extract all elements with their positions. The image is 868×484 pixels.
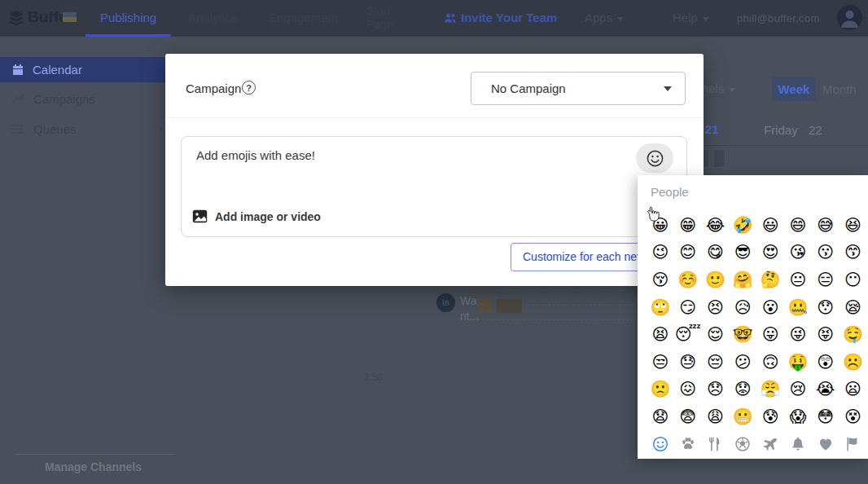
emoji-item[interactable]: 😜 bbox=[784, 320, 812, 348]
nav-tab-analytics[interactable]: Analytics bbox=[188, 11, 237, 24]
emoji-item[interactable]: 😆 bbox=[840, 211, 867, 239]
emoji-picker-button[interactable] bbox=[636, 143, 673, 173]
emoji-item[interactable]: 😭 bbox=[812, 376, 840, 403]
emoji-item[interactable]: 😛 bbox=[756, 320, 784, 348]
emoji-item[interactable]: 😰 bbox=[756, 403, 784, 430]
emoji-item[interactable]: 😨 bbox=[674, 403, 702, 430]
emoji-item[interactable]: 🙂 bbox=[702, 266, 730, 293]
emoji-item[interactable]: 😗 bbox=[812, 239, 840, 266]
emoji-item[interactable]: 🙄 bbox=[647, 293, 674, 321]
emoji-item[interactable]: 😄 bbox=[784, 211, 812, 239]
emoji-item[interactable]: 😍 bbox=[756, 239, 784, 266]
emoji-item[interactable]: 😞 bbox=[702, 376, 730, 403]
emoji-item[interactable]: 😊 bbox=[674, 239, 702, 266]
calendar-date-21[interactable]: 21 bbox=[705, 122, 719, 136]
emoji-item[interactable]: 😵 bbox=[840, 403, 867, 430]
category-symbols-icon[interactable] bbox=[812, 434, 840, 454]
view-toggle-month[interactable]: Month bbox=[822, 82, 857, 96]
category-nature-icon[interactable] bbox=[674, 434, 702, 454]
emoji-item[interactable]: 😑 bbox=[812, 266, 840, 293]
emoji-item[interactable]: 😥 bbox=[729, 293, 756, 321]
emoji-item[interactable]: 😐 bbox=[784, 266, 812, 293]
emoji-item[interactable]: 😦 bbox=[840, 376, 867, 403]
emoji-item[interactable]: 😯 bbox=[812, 293, 840, 321]
emoji-item[interactable]: 🤐 bbox=[784, 293, 812, 321]
emoji-item[interactable]: 😫 bbox=[647, 320, 674, 348]
emoji-item[interactable]: 😏 bbox=[674, 293, 702, 321]
emoji-item[interactable]: 🤗 bbox=[729, 266, 756, 293]
emoji-item[interactable]: 😌 bbox=[702, 320, 730, 348]
emoji-item[interactable]: 😓 bbox=[674, 348, 702, 376]
brand-badge-icon bbox=[63, 12, 77, 22]
emoji-item[interactable]: 😒 bbox=[647, 348, 674, 376]
sidebar-item-queues[interactable]: Queues bbox=[11, 122, 77, 136]
emoji-item[interactable]: 😪 bbox=[840, 293, 867, 321]
emoji-item[interactable]: 🤑 bbox=[784, 348, 812, 376]
composer-modal: Campaign ? No Campaign Add emojis with e… bbox=[165, 54, 704, 286]
help-icon[interactable]: ? bbox=[242, 81, 256, 95]
queues-chevron-up-icon[interactable]: ▴ bbox=[159, 122, 164, 133]
nav-tab-start-page[interactable]: Start Page bbox=[366, 4, 393, 32]
buffer-logo-icon[interactable] bbox=[7, 9, 26, 29]
composer-text[interactable]: Add emojis with ease! bbox=[196, 148, 315, 162]
buffer-app-screen: Buffer Publishing Analytics Engagement S… bbox=[0, 0, 868, 484]
emoji-item[interactable]: 🙁 bbox=[647, 376, 674, 403]
emoji-item[interactable]: 🙃 bbox=[756, 348, 784, 376]
emoji-item[interactable]: 😲 bbox=[812, 348, 840, 376]
emoji-item[interactable]: 😖 bbox=[674, 376, 702, 403]
emoji-item[interactable]: 😣 bbox=[702, 293, 730, 321]
sidebar-item-campaigns[interactable]: Campaigns bbox=[11, 92, 95, 106]
emoji-item[interactable]: 🤣 bbox=[729, 211, 756, 239]
manage-channels-link[interactable]: Manage Channels bbox=[45, 460, 142, 473]
add-media-button[interactable]: Add image or video bbox=[192, 209, 321, 223]
emoji-item[interactable]: 🤤 bbox=[840, 320, 867, 348]
view-toggle-week[interactable]: Week bbox=[772, 77, 816, 101]
emoji-item[interactable]: 😃 bbox=[756, 211, 784, 239]
emoji-item[interactable]: 😳 bbox=[812, 403, 840, 430]
emoji-item[interactable]: 😁 bbox=[674, 211, 702, 239]
emoji-item[interactable]: 😚 bbox=[647, 266, 674, 293]
emoji-item[interactable]: 😶 bbox=[840, 266, 867, 293]
sidebar-item-calendar[interactable]: Calendar bbox=[0, 57, 167, 82]
emoji-item[interactable]: 🤓 bbox=[729, 320, 756, 348]
emoji-item[interactable]: 😩 bbox=[702, 403, 730, 430]
category-activity-icon[interactable] bbox=[729, 434, 756, 454]
avatar[interactable] bbox=[837, 5, 862, 30]
composer-box[interactable]: Add emojis with ease! Add image or video bbox=[181, 136, 687, 237]
nav-menu-apps[interactable]: Apps bbox=[585, 11, 624, 24]
category-food-icon[interactable] bbox=[702, 434, 730, 454]
emoji-item[interactable]: 😝 bbox=[812, 320, 840, 348]
nav-tab-publishing[interactable]: Publishing bbox=[100, 11, 156, 24]
emoji-item[interactable]: 😙 bbox=[840, 239, 867, 266]
category-people-icon[interactable] bbox=[647, 434, 674, 454]
emoji-grid: 😀😁😂🤣😃😄😅😆😉😊😋😎😍😘😗😙😚☺️🙂🤗🤔😐😑😶🙄😏😣😥😮🤐😯😪😫😴😌🤓😛😜😝… bbox=[647, 211, 866, 430]
category-objects-icon[interactable] bbox=[784, 434, 812, 454]
emoji-item[interactable]: ☺️ bbox=[674, 266, 702, 293]
campaign-select[interactable]: No Campaign bbox=[471, 72, 686, 105]
emoji-item[interactable]: 😎 bbox=[729, 239, 756, 266]
emoji-item[interactable]: ☹️ bbox=[840, 348, 867, 376]
emoji-item[interactable]: 😢 bbox=[784, 376, 812, 403]
emoji-item[interactable]: 😧 bbox=[647, 403, 674, 430]
emoji-item[interactable]: 😋 bbox=[702, 239, 730, 266]
emoji-item[interactable]: 😅 bbox=[812, 211, 840, 239]
invite-team-button[interactable]: Invite Your Team bbox=[461, 11, 557, 24]
emoji-item[interactable]: 😘 bbox=[784, 239, 812, 266]
calendar-date-22[interactable]: 22 bbox=[809, 123, 822, 137]
emoji-item[interactable]: 😱 bbox=[784, 403, 812, 430]
category-flags-icon[interactable] bbox=[840, 434, 867, 454]
emoji-item[interactable]: 😂 bbox=[702, 211, 730, 239]
nav-tab-engagement[interactable]: Engagement bbox=[269, 11, 338, 24]
emoji-item[interactable]: 😮 bbox=[756, 293, 784, 321]
nav-menu-help[interactable]: Help bbox=[673, 11, 709, 24]
emoji-item[interactable]: 🤔 bbox=[756, 266, 784, 293]
post-image-thumbnail bbox=[478, 299, 492, 313]
emoji-item[interactable]: 😟 bbox=[729, 376, 756, 403]
category-travel-icon[interactable] bbox=[756, 434, 784, 454]
emoji-item[interactable]: 😴 bbox=[674, 320, 702, 348]
emoji-item[interactable]: 😉 bbox=[647, 239, 674, 266]
emoji-item[interactable]: 😔 bbox=[702, 348, 730, 376]
emoji-item[interactable]: 😬 bbox=[729, 403, 756, 430]
emoji-item[interactable]: 😕 bbox=[729, 348, 756, 376]
emoji-item[interactable]: 😤 bbox=[756, 376, 784, 403]
